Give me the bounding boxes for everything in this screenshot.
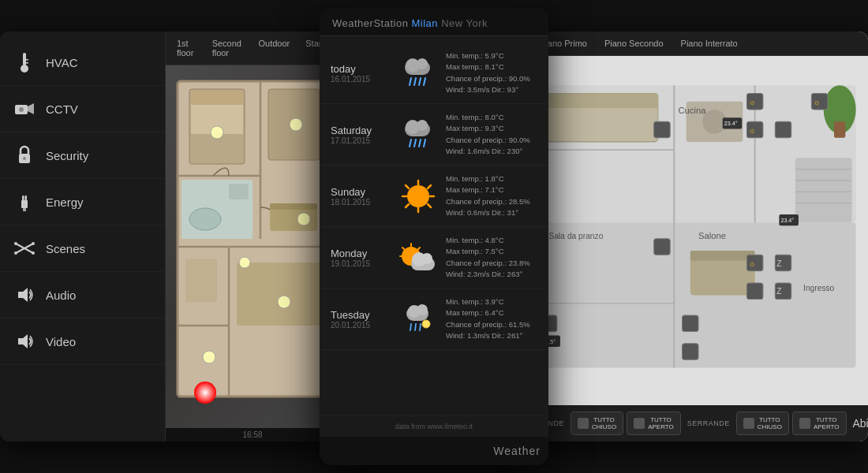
svg-point-1 <box>21 65 28 73</box>
right-bottom-controls: TENDE TUTTOCHIUSO TUTTOAPERTO SERRANDE <box>529 405 868 441</box>
tende-tutto-chiuso-btn[interactable]: TUTTOCHIUSO <box>571 412 623 435</box>
weather-details-monday: Min. temp.: 4.8°C Max temp.: 7.5°C Chanc… <box>446 235 537 280</box>
sidebar-item-scenes[interactable]: Scenes <box>0 225 165 272</box>
weather-date-tuesday: 20.01.2015 <box>331 321 390 330</box>
tende-aperto-icon <box>634 418 645 429</box>
svg-text:23.4°: 23.4° <box>780 218 794 224</box>
weather-label: Weather <box>493 445 541 457</box>
tab-piano-secondo[interactable]: Piano Secondo <box>600 36 668 50</box>
svg-rect-102 <box>690 255 755 295</box>
sidebar-energy-label: Energy <box>46 196 84 209</box>
weather-row-monday: Monday 19.01.2015 <box>320 227 548 289</box>
svg-line-56 <box>410 140 411 147</box>
svg-rect-9 <box>21 200 28 208</box>
weather-details-sunday: Min. temp.: 1.8°C Max temp.: 7.1°C Chanc… <box>446 173 537 218</box>
svg-point-80 <box>422 320 430 328</box>
abitazione-label: Abitazione <box>853 417 869 430</box>
svg-line-72 <box>402 248 406 251</box>
sidebar-scenes-label: Scenes <box>46 242 85 255</box>
svg-rect-119 <box>683 315 698 331</box>
weather-city-active[interactable]: Milan <box>412 17 439 29</box>
weather-row-today: today 16.01.2015 Min. temp.: 5. <box>320 43 548 104</box>
svg-text:☼: ☼ <box>813 98 820 106</box>
svg-rect-91 <box>795 158 852 222</box>
weather-day-name-today: today <box>331 63 390 75</box>
tab-outdoor[interactable]: Outdoor <box>254 36 295 60</box>
sidebar-item-video[interactable]: Video <box>0 318 165 365</box>
weather-day-info-today: today 16.01.2015 <box>331 63 390 84</box>
weather-day-info-monday: Monday 19.01.2015 <box>331 248 390 268</box>
left-panel: HVAC CCTV <box>0 32 339 441</box>
svg-point-41 <box>297 213 310 225</box>
svg-marker-20 <box>18 334 28 348</box>
weather-source: data from www.ilmeteo.it <box>395 423 473 430</box>
sidebar-item-audio[interactable]: Audio <box>0 272 165 318</box>
svg-rect-11 <box>22 196 24 201</box>
svg-line-73 <box>417 248 420 251</box>
sidebar-item-security[interactable]: Security <box>0 132 165 179</box>
svg-point-17 <box>14 251 17 255</box>
svg-text:Salone: Salone <box>698 231 726 240</box>
svg-rect-99 <box>834 121 845 137</box>
right-3d-view: Cucina Sala da pranzo Salone Ingresso <box>529 56 868 405</box>
svg-point-55 <box>417 120 428 131</box>
weather-icon-saturday <box>396 117 440 152</box>
floor-plan-image <box>166 65 339 428</box>
tab-piano-interrato[interactable]: Piano Interrato <box>676 36 743 50</box>
weather-day-name-saturday: Saturday <box>331 125 390 136</box>
svg-rect-33 <box>270 203 317 210</box>
svg-rect-31 <box>191 91 243 105</box>
svg-point-6 <box>19 107 24 112</box>
svg-point-15 <box>14 242 17 245</box>
thermometer-icon <box>13 50 36 74</box>
floor-plan-svg <box>166 65 339 428</box>
svg-point-42 <box>203 351 215 363</box>
svg-rect-117 <box>746 283 762 299</box>
svg-marker-19 <box>18 288 28 302</box>
right-panel: Piano Primo Piano Secondo Piano Interrat… <box>529 32 868 441</box>
sidebar-item-energy[interactable]: Energy <box>0 179 165 225</box>
svg-rect-120 <box>683 344 698 359</box>
svg-line-49 <box>410 78 411 85</box>
weather-date-saturday: 17.01.2015 <box>331 136 390 145</box>
svg-line-82 <box>415 324 416 330</box>
svg-text:23.4°: 23.4° <box>724 121 738 127</box>
audio-icon <box>13 283 36 307</box>
weather-icon-monday <box>396 240 440 275</box>
svg-line-81 <box>410 324 411 330</box>
svg-rect-38 <box>237 263 324 326</box>
svg-point-8 <box>23 157 26 160</box>
tab-1st-floor[interactable]: 1st floor <box>172 36 201 60</box>
weather-row-sunday: Sunday 18.01.2015 <box>320 166 548 227</box>
svg-text:Z: Z <box>776 287 781 296</box>
weather-day-info-saturday: Saturday 17.01.2015 <box>331 125 390 145</box>
svg-point-16 <box>32 242 35 245</box>
floor-tabs: 1st floor Second floor Outdoor Stand <box>166 32 339 65</box>
svg-rect-103 <box>690 251 755 260</box>
weather-date-today: 16.01.2015 <box>331 75 390 84</box>
svg-point-48 <box>417 58 428 69</box>
svg-text:Z: Z <box>776 259 781 268</box>
svg-rect-37 <box>185 259 217 302</box>
weather-city-inactive[interactable]: New York <box>441 17 488 29</box>
serrande-tutto-aperto-btn[interactable]: TUTTOAPERTO <box>792 412 847 435</box>
sidebar-security-label: Security <box>46 149 88 162</box>
sidebar-item-cctv[interactable]: CCTV <box>0 86 165 132</box>
sidebar-item-hvac[interactable]: HVAC <box>0 39 165 86</box>
svg-text:☼: ☼ <box>748 259 755 268</box>
svg-line-65 <box>406 185 409 188</box>
svg-point-43 <box>278 296 290 308</box>
tende-group: TENDE TUTTOCHIUSO TUTTOAPERTO <box>538 412 681 435</box>
tende-tutto-aperto-btn[interactable]: TUTTOAPERTO <box>627 412 681 435</box>
weather-day-info-sunday: Sunday 18.01.2015 <box>331 186 390 207</box>
time-display: 16:58 <box>242 430 262 439</box>
weather-row-tuesday: Tuesday 20.01.2015 <box>320 289 548 350</box>
tab-second-floor[interactable]: Second floor <box>208 36 248 60</box>
svg-line-83 <box>420 324 421 330</box>
serrande-tutto-chiuso-btn[interactable]: TUTTOCHIUSO <box>736 412 789 435</box>
svg-line-66 <box>428 204 431 207</box>
weather-details-saturday: Min. temp.: 8.0°C Max temp.: 9.3°C Chanc… <box>446 112 537 157</box>
serrande-label: SERRANDE <box>687 419 730 427</box>
screenshots-container: HVAC CCTV <box>0 0 868 473</box>
plug-icon <box>13 190 36 214</box>
